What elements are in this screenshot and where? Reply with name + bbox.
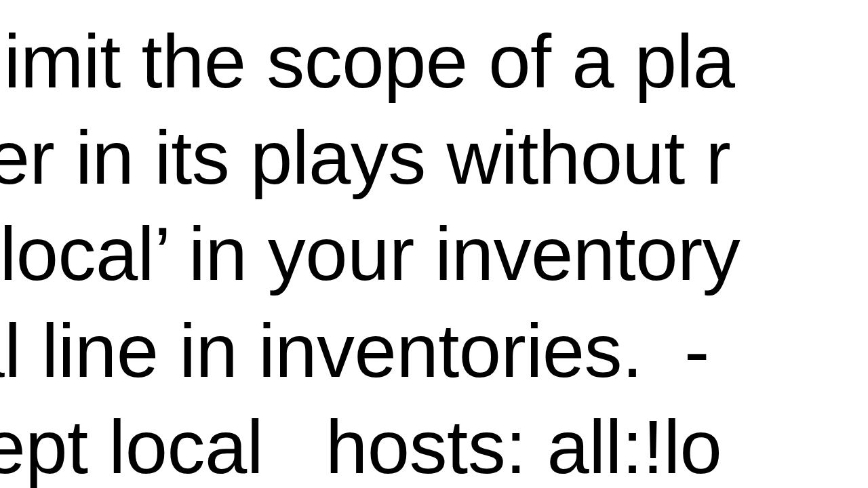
document-text: limit the scope of a pla der in its play… — [0, 14, 868, 488]
text-line-3: l ‘local’ in your inventory — [0, 206, 868, 302]
text-line-2: der in its plays without r — [0, 110, 868, 206]
text-line-1: limit the scope of a pla — [0, 14, 868, 110]
text-line-5: cept local hosts: all:!lo — [0, 399, 868, 488]
text-line-4: ial line in inventories. - — [0, 303, 868, 399]
document-viewport: limit the scope of a pla der in its play… — [0, 0, 868, 488]
